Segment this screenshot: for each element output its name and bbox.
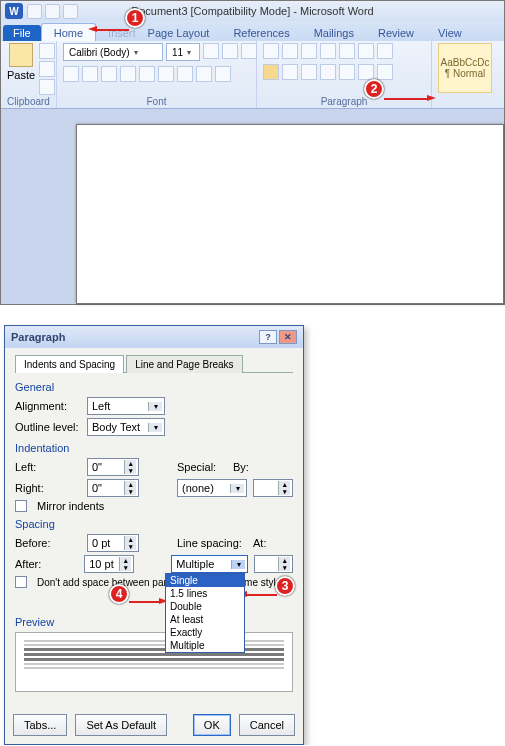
style-sample: AaBbCcDc — [441, 57, 490, 68]
decrease-indent-icon[interactable] — [320, 43, 336, 59]
ok-button[interactable]: OK — [193, 714, 231, 736]
subscript-icon[interactable] — [139, 66, 155, 82]
callout-3: 3 — [275, 576, 295, 596]
indent-right-spin[interactable]: 0"▴▾ — [87, 479, 139, 497]
line-spacing-option[interactable]: At least — [166, 613, 244, 626]
shrink-font-icon[interactable] — [222, 43, 238, 59]
font-name-combo[interactable]: Calibri (Body)▾ — [63, 43, 163, 61]
after-label: After: — [15, 558, 78, 570]
increase-indent-icon[interactable] — [339, 43, 355, 59]
line-spacing-icon[interactable] — [339, 64, 355, 80]
at-spin[interactable]: ▴▾ — [254, 555, 293, 573]
indent-left-spin[interactable]: 0"▴▾ — [87, 458, 139, 476]
tab-file[interactable]: File — [3, 25, 41, 41]
by-spin[interactable]: ▴▾ — [253, 479, 293, 497]
paste-button[interactable]: Paste — [7, 43, 35, 81]
outline-combo[interactable]: Body Text▾ — [87, 418, 165, 436]
tab-references[interactable]: References — [221, 24, 301, 41]
sort-icon[interactable] — [358, 43, 374, 59]
help-icon[interactable]: ? — [259, 330, 277, 344]
tab-review[interactable]: Review — [366, 24, 426, 41]
align-left-icon[interactable] — [263, 64, 279, 80]
highlight-icon[interactable] — [196, 66, 212, 82]
callout-2: 2 — [364, 79, 384, 99]
text-effects-icon[interactable] — [177, 66, 193, 82]
line-spacing-value: Multiple — [176, 558, 214, 570]
multilevel-icon[interactable] — [301, 43, 317, 59]
style-name: ¶ Normal — [445, 68, 485, 79]
cut-icon[interactable] — [39, 43, 55, 59]
qat-undo-icon[interactable] — [45, 4, 60, 19]
document-page[interactable] — [76, 124, 504, 304]
tab-indents-spacing[interactable]: Indents and Spacing — [15, 355, 124, 373]
by-label: By: — [233, 461, 263, 473]
line-spacing-option[interactable]: Single — [166, 574, 244, 587]
group-font-label: Font — [63, 96, 250, 108]
font-size-combo[interactable]: 11▾ — [166, 43, 200, 61]
tab-line-page-breaks[interactable]: Line and Page Breaks — [126, 355, 242, 373]
italic-icon[interactable] — [82, 66, 98, 82]
chevron-down-icon: ▾ — [187, 48, 191, 57]
before-value: 0 pt — [92, 537, 110, 549]
group-clipboard-label: Clipboard — [7, 96, 50, 108]
align-center-icon[interactable] — [282, 64, 298, 80]
before-spin[interactable]: 0 pt▴▾ — [87, 534, 139, 552]
copy-icon[interactable] — [39, 61, 55, 77]
indent-right-label: Right: — [15, 482, 81, 494]
paste-icon — [9, 43, 33, 67]
preview-box — [15, 632, 293, 692]
chevron-down-icon: ▾ — [230, 484, 244, 493]
line-spacing-option[interactable]: Multiple — [166, 639, 244, 652]
qat-save-icon[interactable] — [27, 4, 42, 19]
word-app-icon: W — [5, 3, 23, 19]
outline-label: Outline level: — [15, 421, 81, 433]
line-spacing-dropdown: Single 1.5 lines Double At least Exactly… — [165, 573, 245, 653]
indent-left-value: 0" — [92, 461, 102, 473]
strike-icon[interactable] — [120, 66, 136, 82]
bold-icon[interactable] — [63, 66, 79, 82]
qat-redo-icon[interactable] — [63, 4, 78, 19]
tab-page-layout[interactable]: Page Layout — [136, 24, 222, 41]
underline-icon[interactable] — [101, 66, 117, 82]
justify-icon[interactable] — [320, 64, 336, 80]
dont-add-space-checkbox[interactable] — [15, 576, 27, 588]
dialog-title: Paragraph — [11, 331, 65, 343]
bullets-icon[interactable] — [263, 43, 279, 59]
indent-right-value: 0" — [92, 482, 102, 494]
word-window: W Document3 [Compatibility Mode] - Micro… — [0, 0, 505, 305]
section-indentation: Indentation — [15, 442, 293, 454]
special-value: (none) — [182, 482, 214, 494]
dialog-titlebar: Paragraph ? ✕ — [5, 326, 303, 348]
document-area — [1, 109, 504, 304]
font-size-value: 11 — [172, 47, 183, 58]
grow-font-icon[interactable] — [203, 43, 219, 59]
font-color-icon[interactable] — [215, 66, 231, 82]
mirror-indents-label: Mirror indents — [37, 500, 104, 512]
change-case-icon[interactable] — [241, 43, 257, 59]
borders-icon[interactable] — [377, 64, 393, 80]
alignment-combo[interactable]: Left▾ — [87, 397, 165, 415]
tabs-button[interactable]: Tabs... — [13, 714, 67, 736]
set-default-button[interactable]: Set As Default — [75, 714, 167, 736]
tab-view[interactable]: View — [426, 24, 474, 41]
cancel-button[interactable]: Cancel — [239, 714, 295, 736]
superscript-icon[interactable] — [158, 66, 174, 82]
line-spacing-combo[interactable]: Multiple▾ — [171, 555, 248, 573]
special-combo[interactable]: (none)▾ — [177, 479, 247, 497]
title-bar: W Document3 [Compatibility Mode] - Micro… — [1, 1, 504, 21]
after-spin[interactable]: 10 pt▴▾ — [84, 555, 134, 573]
tab-mailings[interactable]: Mailings — [302, 24, 366, 41]
close-icon[interactable]: ✕ — [279, 330, 297, 344]
mirror-indents-checkbox[interactable] — [15, 500, 27, 512]
align-right-icon[interactable] — [301, 64, 317, 80]
line-spacing-option[interactable]: 1.5 lines — [166, 587, 244, 600]
paste-label: Paste — [7, 69, 35, 81]
line-spacing-option[interactable]: Exactly — [166, 626, 244, 639]
line-spacing-option[interactable]: Double — [166, 600, 244, 613]
show-marks-icon[interactable] — [377, 43, 393, 59]
shading-icon[interactable] — [358, 64, 374, 80]
chevron-down-icon: ▾ — [148, 423, 162, 432]
format-painter-icon[interactable] — [39, 79, 55, 95]
numbering-icon[interactable] — [282, 43, 298, 59]
style-normal[interactable]: AaBbCcDc ¶ Normal — [438, 43, 492, 93]
